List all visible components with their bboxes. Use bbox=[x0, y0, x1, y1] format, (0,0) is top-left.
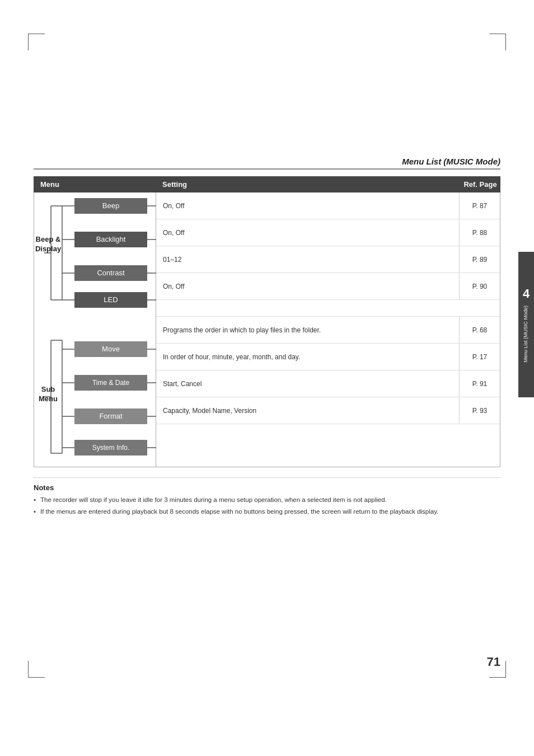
ref-system-info: P. 93 bbox=[460, 397, 500, 424]
page-number: 71 bbox=[487, 655, 500, 669]
side-tab-text: Menu List (MUSIC Mode) bbox=[523, 306, 530, 363]
svg-text:Time & Date: Time & Date bbox=[92, 379, 130, 387]
setting-contrast: 01–12 bbox=[156, 246, 460, 273]
notes-item-2: If the menus are entered during playback… bbox=[34, 507, 500, 516]
svg-text:Format: Format bbox=[99, 412, 123, 420]
table-row: On, Off P. 90 bbox=[156, 273, 500, 300]
diagram-wrapper: Menu Setting Ref. Page bbox=[34, 176, 500, 467]
corner-mark-bl bbox=[28, 661, 45, 678]
diagram-right: On, Off P. 87 On, Off P. 88 01–12 P. 89 … bbox=[156, 192, 500, 467]
setting-backlight: On, Off bbox=[156, 219, 460, 246]
menu-diagram-svg: Beep &Display Beep bbox=[34, 192, 156, 467]
bottom-padding bbox=[156, 424, 500, 432]
table-row: On, Off P. 87 bbox=[156, 192, 500, 219]
setting-format: Start, Cancel bbox=[156, 370, 460, 397]
corner-mark-tr bbox=[489, 34, 506, 50]
svg-text:Contrast: Contrast bbox=[97, 269, 125, 277]
header-setting: Setting bbox=[156, 176, 460, 192]
table-header: Menu Setting Ref. Page bbox=[34, 176, 500, 192]
table-row: Programs the order in which to play file… bbox=[156, 317, 500, 344]
ref-beep: P. 87 bbox=[460, 192, 500, 219]
notes-title: Notes bbox=[34, 483, 500, 492]
table-row: Start, Cancel P. 91 bbox=[156, 370, 500, 397]
notes-item-1: The recorder will stop if you leave it i… bbox=[34, 495, 500, 505]
table-row: Capacity, Model Name, Version P. 93 bbox=[156, 397, 500, 424]
notes-section: Notes The recorder will stop if you leav… bbox=[34, 477, 500, 517]
setting-system-info: Capacity, Model Name, Version bbox=[156, 397, 460, 424]
ref-time-date: P. 17 bbox=[460, 344, 500, 370]
diagram-left: Beep &Display Beep bbox=[34, 192, 156, 467]
ref-led: P. 90 bbox=[460, 273, 500, 299]
ref-contrast: P. 89 bbox=[460, 246, 500, 273]
side-tab: 4 Menu List (MUSIC Mode) bbox=[518, 252, 534, 397]
setting-move: Programs the order in which to play file… bbox=[156, 317, 460, 343]
side-tab-number: 4 bbox=[523, 287, 530, 301]
table-body: Beep &Display Beep bbox=[34, 192, 500, 467]
svg-text:Backlight: Backlight bbox=[96, 235, 126, 243]
ref-format: P. 91 bbox=[460, 370, 500, 397]
svg-text:System Info.: System Info. bbox=[92, 444, 130, 452]
header-ref-page: Ref. Page bbox=[460, 176, 500, 192]
header-menu: Menu bbox=[34, 176, 156, 192]
ref-backlight: P. 88 bbox=[460, 219, 500, 246]
main-content: Menu List (MUSIC Mode) Menu Setting Ref.… bbox=[34, 157, 500, 519]
svg-text:Beep: Beep bbox=[102, 201, 119, 210]
page-title: Menu List (MUSIC Mode) bbox=[34, 157, 500, 170]
setting-led: On, Off bbox=[156, 273, 460, 299]
ref-move: P. 68 bbox=[460, 317, 500, 343]
svg-text:LED: LED bbox=[104, 295, 118, 304]
corner-mark-tl bbox=[28, 34, 45, 50]
table-row: On, Off P. 88 bbox=[156, 219, 500, 246]
table-row: 01–12 P. 89 bbox=[156, 246, 500, 273]
setting-beep: On, Off bbox=[156, 192, 460, 219]
table-row: In order of hour, minute, year, month, a… bbox=[156, 344, 500, 370]
setting-time-date: In order of hour, minute, year, month, a… bbox=[156, 344, 460, 370]
group-spacer bbox=[156, 300, 500, 317]
svg-text:Move: Move bbox=[102, 345, 120, 353]
